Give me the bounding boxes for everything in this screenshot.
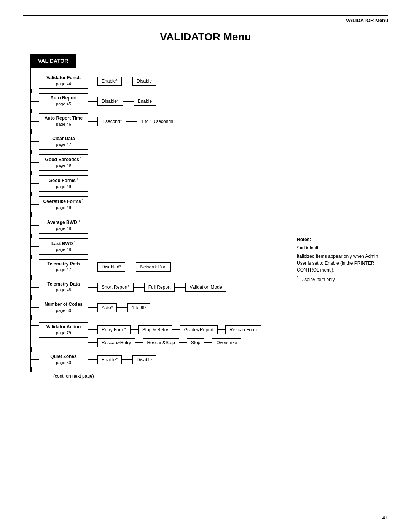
menu-item-overstrike-forms: Overstrike Forms 1 page 49 — [39, 196, 88, 212]
row-number-of-codes: Number of Codes page 50 Auto* 1 to 99 — [31, 300, 261, 315]
row-quiet-zones: Quiet Zones page 50 Enable* Disable — [31, 352, 261, 367]
option-stop-retry: Stop & Retry — [138, 325, 172, 334]
left-col: VALIDATOR Validator Funct. page 44 Enabl… — [23, 54, 261, 372]
row-telemetry-data: Telemetry Data page 48 Short Report* Ful… — [31, 280, 261, 295]
vert-spacer8 — [31, 234, 32, 238]
menu-item-quiet-zones: Quiet Zones page 50 — [39, 352, 88, 367]
row-good-forms: Good Forms 1 page 49 — [31, 175, 261, 192]
menu-item-validator-action: Validator Action page 79 — [39, 322, 88, 338]
menu-item-clear-data: Clear Data page 47 — [39, 134, 88, 150]
vert-spacer14 — [31, 367, 32, 372]
notes-line-3: 1 Display item only — [297, 275, 388, 283]
vert-spacer2 — [31, 109, 32, 113]
vert-spacer11 — [31, 295, 32, 300]
vert-spacer — [31, 89, 32, 93]
option-1to99: 1 to 99 — [127, 303, 150, 312]
menu-item-validator-funct: Validator Funct. page 44 — [39, 73, 88, 89]
vert-spacer12 — [31, 315, 32, 320]
vert-spacer5 — [31, 171, 32, 175]
row-validator-funct: Validator Funct. page 44 Enable* Disable — [31, 73, 261, 89]
option-network-port: Network Port — [136, 262, 170, 272]
menu-border: Validator Funct. page 44 Enable* Disable… — [30, 73, 261, 372]
row-auto-report-time: Auto Report Time page 46 1 second* 1 to … — [31, 113, 261, 129]
menu-item-telemetry-data: Telemetry Data page 48 — [39, 280, 88, 295]
notes-line-1: * = Default — [297, 244, 388, 251]
vert-spacer10 — [31, 275, 32, 280]
vert-spacer6 — [31, 192, 32, 196]
option-grade-report: Grade&Report — [180, 325, 218, 334]
page-container: VALIDATOR Menu VALIDATOR Menu VALIDATOR … — [0, 0, 411, 532]
option-stop: Stop — [187, 338, 205, 347]
row-last-bwd: Last BWD 1 page 49 — [31, 238, 261, 255]
option-rescan-form: Rescan Form — [225, 325, 261, 334]
vert-spacer9 — [31, 255, 32, 259]
menu-item-number-of-codes: Number of Codes page 50 — [39, 300, 88, 315]
option-full-report: Full Report — [144, 283, 175, 292]
root-connector — [30, 68, 31, 73]
page-number: 41 — [382, 514, 388, 521]
option-enable2: Enable — [134, 97, 156, 106]
vert-spacer3 — [31, 129, 32, 134]
option-validation-mode: Validation Mode — [185, 283, 226, 292]
header-rule — [23, 15, 388, 16]
option-disable-star: Disable* — [97, 97, 123, 106]
row-overstrike-forms: Overstrike Forms 1 page 49 — [31, 196, 261, 212]
row-good-barcodes: Good Barcodes 1 page 49 — [31, 154, 261, 171]
validator-action-line2: Rescan&Retry Rescan&Stop Stop Overstrike — [88, 338, 261, 347]
row-validator-action: Validator Action page 79 Retry Form* Sto… — [31, 320, 261, 347]
notes-section: Notes: * = Default Italicized items appe… — [297, 236, 388, 283]
option-rescan-stop: Rescan&Stop — [143, 338, 179, 347]
option-auto: Auto* — [97, 303, 117, 312]
option-rescan-retry: Rescan&Retry — [97, 338, 135, 347]
option-1to10: 1 to 10 seconds — [137, 117, 177, 126]
row-clear-data: Clear Data page 47 — [31, 134, 261, 150]
header-title: VALIDATOR Menu — [23, 18, 388, 23]
row-telemetry-path: Telemetry Path page 47 Disabled* Network… — [31, 259, 261, 275]
menu-item-auto-report-time: Auto Report Time page 46 — [39, 113, 88, 129]
vert-spacer13 — [31, 347, 32, 352]
row-auto-report: Auto Report page 45 Disable* Enable — [31, 93, 261, 109]
validator-root-box: VALIDATOR — [30, 54, 76, 68]
option-short-report: Short Report* — [97, 283, 134, 292]
menu-item-good-barcodes: Good Barcodes 1 page 49 — [39, 154, 88, 171]
menu-item-auto-report: Auto Report page 45 — [39, 93, 88, 109]
page-title: VALIDATOR Menu — [23, 31, 388, 43]
option-overstrike: Overstrike — [212, 338, 241, 347]
row-average-bwd: Average BWD 1 page 49 — [31, 217, 261, 233]
menu-item-telemetry-path: Telemetry Path page 47 — [39, 259, 88, 275]
cont-note: (cont. on next page) — [53, 374, 388, 379]
notes-title: Notes: — [297, 236, 388, 243]
option-disable: Disable — [132, 77, 156, 86]
option-enable-qz: Enable* — [97, 355, 122, 364]
h-connector — [31, 81, 39, 81]
notes-line-2: Italicized items appear only when Admin … — [297, 253, 388, 273]
option-disable-qz: Disable — [132, 355, 156, 364]
option-1second: 1 second* — [97, 117, 126, 126]
vert-spacer7 — [31, 212, 32, 217]
menu-item-average-bwd: Average BWD 1 page 49 — [39, 217, 88, 233]
menu-item-good-forms: Good Forms 1 page 49 — [39, 175, 88, 192]
validator-action-options: Retry Form* Stop & Retry Grade&Report Re… — [88, 320, 261, 347]
option-disabled-star: Disabled* — [97, 262, 125, 272]
diagram-wrapper: VALIDATOR Validator Funct. page 44 Enabl… — [23, 54, 388, 372]
title-rule — [23, 45, 388, 45]
validator-action-line1: Retry Form* Stop & Retry Grade&Report Re… — [88, 325, 261, 334]
option-retry-form: Retry Form* — [97, 325, 131, 334]
option-enable: Enable* — [97, 77, 122, 86]
menu-item-last-bwd: Last BWD 1 page 49 — [39, 238, 88, 255]
vert-spacer4 — [31, 150, 32, 154]
